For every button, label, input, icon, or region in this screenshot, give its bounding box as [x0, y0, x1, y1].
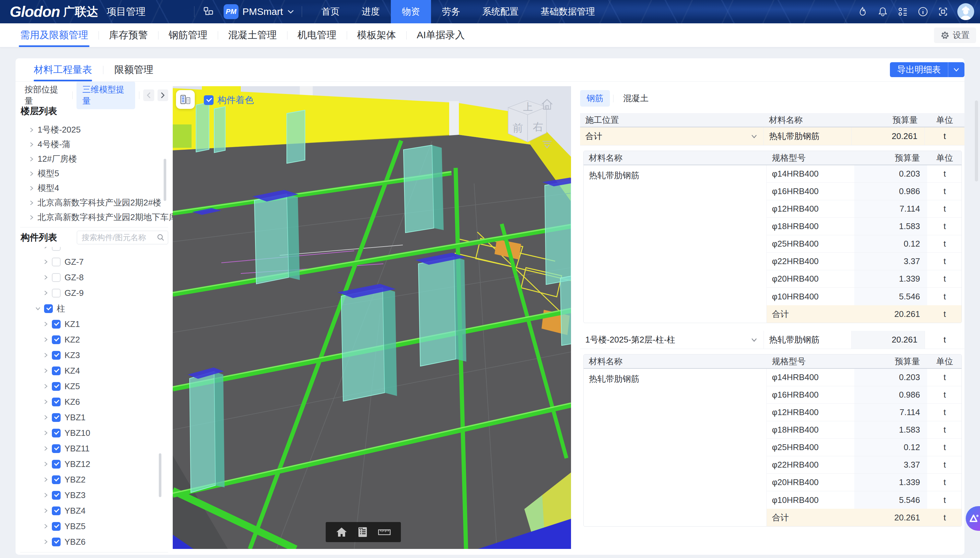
component-item[interactable]: GZ-9: [20, 285, 168, 301]
group-row-location[interactable]: 1号楼-2025-第2层-柱-柱 热轧带肋钢筋 20.261 t: [580, 331, 964, 349]
component-item[interactable]: KZ1: [20, 316, 168, 332]
chevron-right-icon[interactable]: [29, 141, 34, 148]
search-input[interactable]: [77, 231, 168, 245]
detail-row[interactable]: φ14HRB400 0.203 t: [767, 369, 962, 386]
tree-chevron-icon[interactable]: [35, 306, 41, 311]
component-item[interactable]: YBZ5: [20, 519, 168, 534]
reset-view-button[interactable]: [336, 527, 347, 538]
detail-row[interactable]: φ25HRB400 0.12 t: [767, 235, 962, 253]
component-checkbox[interactable]: [44, 304, 53, 313]
component-item[interactable]: KZ2: [20, 332, 168, 347]
bell-icon[interactable]: [877, 6, 889, 18]
tree-chevron-icon[interactable]: [43, 399, 48, 405]
component-item[interactable]: 柱: [20, 301, 168, 316]
tree-chevron-icon[interactable]: [43, 414, 48, 420]
component-item[interactable]: YBZ2: [20, 472, 168, 487]
tab-material-quantity[interactable]: 材料工程量表: [34, 58, 92, 81]
detail-row[interactable]: φ12HRB400 7.114 t: [767, 404, 962, 421]
export-detail-button[interactable]: 导出明细表: [890, 62, 964, 77]
floor-item[interactable]: 4号楼-蒲: [20, 137, 168, 152]
module-tab[interactable]: 模板架体: [347, 23, 406, 47]
floor-item[interactable]: 北京高新数字科技产业园2期2#楼: [20, 195, 168, 210]
tree-chevron-icon[interactable]: [43, 274, 48, 280]
chevron-down-icon[interactable]: [750, 338, 758, 342]
search-icon[interactable]: [156, 233, 165, 243]
component-item[interactable]: YBZ6: [20, 534, 168, 550]
module-tab[interactable]: 混凝土管理: [218, 23, 287, 47]
chevron-right-icon[interactable]: [29, 127, 34, 133]
module-tab[interactable]: 需用及限额管理: [10, 23, 98, 47]
component-checkbox[interactable]: [52, 247, 61, 251]
chevron-right-icon[interactable]: [29, 215, 34, 220]
flame-icon[interactable]: [857, 6, 868, 18]
component-checkbox[interactable]: [52, 491, 61, 500]
floor-item[interactable]: 模型5: [20, 166, 168, 181]
ai-assistant-button[interactable]: [966, 506, 980, 531]
component-item[interactable]: YBZ11: [20, 441, 168, 456]
tree-chevron-icon[interactable]: [43, 508, 48, 514]
component-checkbox[interactable]: [52, 351, 61, 360]
tree-chevron-icon[interactable]: [43, 492, 48, 498]
component-checkbox[interactable]: [52, 273, 61, 282]
user-avatar[interactable]: [957, 3, 974, 20]
detail-row[interactable]: φ20HRB400 1.339 t: [767, 270, 962, 288]
component-checkbox[interactable]: [52, 507, 61, 515]
floor-item[interactable]: 1号楼-2025: [20, 123, 168, 137]
detail-row[interactable]: φ16HRB400 0.986 t: [767, 183, 962, 200]
detail-row[interactable]: φ18HRB400 1.583 t: [767, 218, 962, 235]
component-checkbox[interactable]: [52, 366, 61, 375]
info-icon[interactable]: [917, 6, 929, 18]
main-menu-item[interactable]: 系统配置: [471, 0, 530, 23]
settings-button[interactable]: 设置: [934, 28, 976, 43]
module-tab[interactable]: 机电管理: [287, 23, 347, 47]
component-list-scrollbar[interactable]: [159, 453, 161, 497]
shading-checkbox[interactable]: [204, 95, 213, 105]
tab-concrete[interactable]: 混凝土: [617, 90, 655, 107]
component-checkbox[interactable]: [52, 258, 61, 266]
fullscreen-icon[interactable]: [937, 6, 949, 18]
module-tab[interactable]: 钢筋管理: [158, 23, 218, 47]
component-checkbox[interactable]: [52, 397, 61, 406]
detail-row[interactable]: φ25HRB400 0.12 t: [767, 439, 962, 456]
detail-row[interactable]: φ10HRB400 5.546 t: [767, 288, 962, 305]
component-checkbox[interactable]: [52, 460, 61, 469]
org-switcher-button[interactable]: [194, 0, 222, 23]
detail-row[interactable]: φ20HRB400 1.339 t: [767, 474, 962, 491]
chevron-right-icon[interactable]: [29, 171, 34, 177]
home-view-icon[interactable]: [540, 98, 554, 111]
todo-list-icon[interactable]: [897, 6, 909, 18]
component-checkbox[interactable]: [52, 429, 61, 437]
detail-row[interactable]: φ10HRB400 5.546 t: [767, 491, 962, 509]
chevron-right-icon[interactable]: [29, 185, 34, 191]
tree-chevron-icon[interactable]: [43, 383, 48, 389]
component-item[interactable]: KZ3: [20, 347, 168, 363]
floor-item[interactable]: 模型4: [20, 181, 168, 195]
main-menu-item[interactable]: 基础数据管理: [530, 0, 606, 23]
component-item[interactable]: YBZ12: [20, 456, 168, 472]
tree-chevron-icon[interactable]: [43, 337, 48, 343]
page-scrollbar[interactable]: [975, 100, 978, 181]
prev-button[interactable]: [143, 89, 154, 101]
tab-quota-management[interactable]: 限额管理: [114, 58, 153, 81]
component-item[interactable]: GZ-7: [20, 254, 168, 269]
view-list-button[interactable]: [357, 527, 368, 538]
component-item[interactable]: YBZ10: [20, 425, 168, 441]
group-row-total[interactable]: 合计 热轧带肋钢筋 20.261 t: [580, 127, 964, 146]
module-tab[interactable]: AI单据录入: [406, 23, 475, 47]
component-checkbox[interactable]: [52, 413, 61, 422]
floor-item[interactable]: 北京高新数字科技产业园2期地下车库人防: [20, 210, 168, 225]
bim-3d-viewport[interactable]: 构件着色 上 前 右: [173, 86, 571, 549]
main-menu-item[interactable]: 进度: [351, 0, 391, 23]
floor-item[interactable]: 12#厂房楼: [20, 152, 168, 166]
tree-chevron-icon[interactable]: [43, 259, 48, 265]
tree-chevron-icon[interactable]: [43, 430, 48, 436]
component-checkbox[interactable]: [52, 382, 61, 391]
component-item[interactable]: YBZ3: [20, 487, 168, 503]
component-checkbox[interactable]: [52, 335, 61, 344]
component-checkbox[interactable]: [52, 538, 61, 547]
main-menu-item[interactable]: 劳务: [431, 0, 471, 23]
measure-button[interactable]: [378, 527, 391, 537]
module-tab[interactable]: 库存预警: [98, 23, 158, 47]
component-item[interactable]: KZ6: [20, 394, 168, 410]
export-dropdown-arrow[interactable]: [948, 62, 964, 77]
